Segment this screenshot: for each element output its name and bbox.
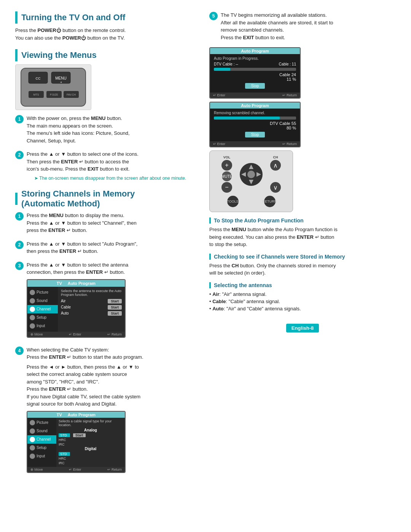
- svg-text:◄: ◄: [60, 81, 62, 83]
- stop-btn-2[interactable]: Stop: [245, 132, 265, 137]
- step2b-content: Press the ▲ or ▼ button to select "Auto …: [27, 240, 198, 257]
- svg-text:CC: CC: [36, 77, 41, 80]
- digital-hrc: HRC: [59, 457, 70, 460]
- step-num-2b: 2: [15, 241, 24, 249]
- storing-step2: 2 Press the ▲ or ▼ button to select "Aut…: [15, 240, 198, 257]
- analog-sidebar-setup: Setup: [27, 444, 56, 452]
- air-start-btn[interactable]: Start: [108, 299, 122, 304]
- cable-label: Cable : 11: [279, 62, 296, 66]
- vol-label: VOL: [223, 155, 231, 159]
- tv-menu-row-air: Air Start: [61, 298, 122, 304]
- analog-menu-header: TV Auto Program: [27, 412, 125, 418]
- section-storing-header: Storing Channels in Memory (Automatic Me…: [15, 189, 198, 209]
- remote-image: CC MENU ◄ MTS P.SIZE FAV.CH: [15, 64, 91, 110]
- progress-bar-2-outer: [214, 117, 296, 120]
- cable-info-2: DTV Cable 55 80 %: [214, 121, 296, 130]
- analog-sidebar-input: Input: [27, 452, 56, 460]
- analog-sidebar: Picture Sound Channel: [27, 418, 56, 467]
- vol-up-btn[interactable]: +: [221, 160, 232, 171]
- auto-prog-2-subtitle: Removing scrambled channel.: [214, 111, 296, 115]
- storing-step1: 1 Press the MENU button to display the m…: [15, 212, 198, 236]
- ap1-footer-enter: ↵ Enter: [213, 93, 225, 97]
- stop-title: To Stop the Auto Program Function: [214, 217, 304, 224]
- svg-text:P.SIZE: P.SIZE: [50, 93, 58, 96]
- pct-1: 11 %: [287, 77, 296, 81]
- picture-icon: [30, 290, 35, 295]
- sound-icon: [30, 298, 35, 304]
- tools-return-row: TOOLS RETURN: [214, 196, 288, 207]
- vol-down-btn[interactable]: −: [221, 182, 232, 193]
- analog-menu: TV Auto Program Picture So: [27, 411, 126, 473]
- step-num-5: 5: [209, 12, 218, 20]
- tv-auto-program-menu: TV Auto Program Picture So: [27, 279, 126, 338]
- svg-marker-15: [256, 172, 261, 177]
- analog-start[interactable]: Start: [73, 433, 86, 437]
- svg-text:MTS: MTS: [33, 93, 39, 96]
- tools-btn[interactable]: TOOLS: [227, 196, 239, 207]
- stop-body: Press the MENU button while the Auto Pro…: [209, 226, 396, 248]
- check-bar: [209, 254, 211, 260]
- ch-group: CH ∧ ∨: [270, 155, 281, 193]
- analog-footer: ⊕ Move ↵ Enter ↩ Return: [27, 467, 125, 472]
- vol-ch-group: VOL + MUTE −: [214, 155, 288, 193]
- analog-desc: Selects a cable signal type for your loc…: [59, 419, 123, 427]
- tv-menu-item-channel[interactable]: Channel: [27, 305, 58, 313]
- digital-row-std: STD: [59, 452, 123, 456]
- a-channel-icon: [30, 437, 35, 442]
- step5-content: The TV begins memorizing all available s…: [221, 11, 396, 43]
- section-turning-header: Turning the TV On and Off: [15, 11, 198, 24]
- progress-bar-1-inner: [214, 68, 230, 71]
- analog-main: Selects a cable signal type for your loc…: [56, 418, 125, 467]
- step3b-content: Press the ▲ or ▼ button to select the an…: [27, 261, 198, 342]
- a-picture-icon: [30, 420, 35, 425]
- digital-irc: IRC: [59, 461, 70, 465]
- step-num-3b: 3: [15, 262, 24, 270]
- analog-row-irc: IRC: [59, 442, 123, 447]
- storing-title-line1: Storing Channels in Memory: [21, 189, 135, 199]
- tv-menu-header: TV Auto Program: [27, 280, 125, 287]
- analog-hrc: HRC: [59, 438, 70, 442]
- turning-body: Press the POWER⏻ button on the remote co…: [15, 27, 198, 42]
- cable-start-btn[interactable]: Start: [108, 305, 122, 310]
- antenna-auto: Auto: "Air" and "Cable" antenna signals.: [209, 305, 396, 312]
- stop-btn-1[interactable]: Stop: [245, 83, 265, 89]
- tv-menu-row-auto: Auto Start: [61, 310, 122, 316]
- antennas-bar: [209, 282, 211, 288]
- tv-menu-header-label: Auto Program: [68, 281, 96, 286]
- ch-down-btn[interactable]: ∨: [270, 182, 281, 193]
- analog-sidebar-picture: Picture: [27, 419, 56, 427]
- tv-menu-sidebar: Picture Sound Channel: [27, 287, 58, 332]
- step-num-4b: 4: [15, 347, 24, 355]
- a-sound-icon: [30, 428, 35, 434]
- tv-menu-footer: ⊕ Move ↵ Enter ↩ Return: [27, 332, 125, 337]
- a-input-icon: [30, 454, 35, 459]
- digital-row-hrc: HRC: [59, 456, 123, 461]
- viewing-step2: 2 Press the ▲ or ▼ button to select one …: [15, 150, 198, 181]
- mute-btn[interactable]: MUTE: [222, 171, 232, 181]
- auto-start-btn[interactable]: Start: [108, 311, 122, 316]
- step-num-1a: 1: [15, 115, 24, 123]
- digital-row-irc: IRC: [59, 461, 123, 465]
- input-icon: [30, 323, 35, 329]
- cable-info-1: Cable 24 11 %: [214, 72, 296, 81]
- ap2-footer-return: ↩ Return: [282, 142, 297, 146]
- left-column: Turning the TV On and Off Press the POWE…: [15, 11, 198, 481]
- analog-sidebar-sound: Sound: [27, 427, 56, 435]
- tv-remote-buttons: VOL + MUTE −: [209, 150, 293, 212]
- step1b-content: Press the MENU button to display the men…: [27, 212, 198, 236]
- tv-menu-body: Picture Sound Channel: [27, 287, 125, 332]
- ch-label: CH: [273, 155, 278, 159]
- setup-icon: [30, 315, 35, 320]
- return-btn[interactable]: RETURN: [264, 196, 276, 207]
- svg-marker-13: [249, 180, 253, 184]
- ch-up-btn[interactable]: ∧: [270, 160, 281, 171]
- auto-prog-1-footer: ↵ Enter ↩ Return: [210, 93, 300, 98]
- check-title: Checking to see if Channels were Stored …: [214, 254, 345, 260]
- nav-circle[interactable]: [240, 163, 263, 186]
- right-column: 5 The TV begins memorizing all available…: [209, 11, 396, 481]
- step-num-1b: 1: [15, 212, 24, 220]
- auto-prog-1-subtitle: Auto Program in Progress.: [214, 56, 296, 61]
- tv-menu-item-input: Input: [27, 322, 58, 330]
- svg-marker-12: [249, 165, 253, 169]
- antennas-header: Selecting the antennas: [209, 282, 396, 288]
